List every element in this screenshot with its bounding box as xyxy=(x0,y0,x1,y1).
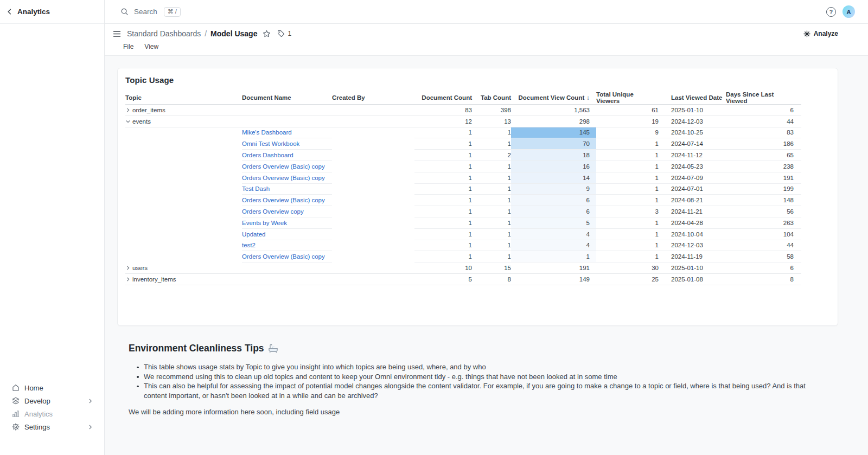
sidebar-item-label: Analytics xyxy=(24,410,93,418)
cell-document-name xyxy=(242,105,332,116)
table-row-topic: events1213298192024-12-0344 xyxy=(125,116,801,127)
document-link[interactable]: Events by Week xyxy=(242,220,287,226)
document-link[interactable]: Omni Test Workbook xyxy=(242,140,299,147)
cell-document-view-count-value: 9 xyxy=(586,185,590,192)
cell-last-viewed-date-value: 2024-07-09 xyxy=(671,175,703,181)
topic-name[interactable]: order_items xyxy=(132,107,165,113)
column-header-days-since-last-viewed[interactable]: Days Since Last Viewed xyxy=(726,91,801,104)
topic-name[interactable]: events xyxy=(132,118,151,125)
sparkle-icon xyxy=(803,30,810,37)
cell-topic xyxy=(125,150,242,161)
back-chevron-icon[interactable] xyxy=(5,8,14,16)
cell-document-view-count: 149 xyxy=(511,274,596,285)
cell-topic xyxy=(125,184,242,195)
cell-topic xyxy=(125,138,242,150)
document-link[interactable]: Orders Overview (Basic) copy xyxy=(242,197,325,203)
cell-document-view-count: 6 xyxy=(511,206,596,217)
sidebar-title: Analytics xyxy=(17,8,50,16)
breadcrumb-parent[interactable]: Standard Dashboards xyxy=(127,29,201,38)
cell-days-since-last-viewed: 83 xyxy=(726,127,801,139)
topbar: Search ⌘ / ? A xyxy=(105,0,868,24)
cell-document-view-count-value: 14 xyxy=(583,175,590,181)
cell-last-viewed-date-value: 2024-11-12 xyxy=(671,152,703,158)
sidebar-item-develop[interactable]: Develop xyxy=(0,394,104,407)
menu-file[interactable]: File xyxy=(123,43,133,50)
search-input[interactable]: Search ⌘ / xyxy=(120,7,181,17)
topic-name[interactable]: users xyxy=(132,265,148,271)
sidebar-item-label: Develop xyxy=(24,397,82,405)
document-link[interactable]: Orders Overview copy xyxy=(242,208,304,215)
collapse-chevron-icon[interactable] xyxy=(125,119,131,124)
analyze-button[interactable]: Analyze xyxy=(803,30,838,37)
column-header-total-unique-viewers[interactable]: Total Unique Viewers xyxy=(596,91,659,104)
cell-days-since-last-viewed: 44 xyxy=(726,116,801,127)
help-icon[interactable]: ? xyxy=(826,7,836,17)
cell-total-unique-viewers: 1 xyxy=(596,138,659,150)
cell-document-count: 12 xyxy=(414,116,472,127)
cell-total-unique-viewers: 61 xyxy=(596,105,659,116)
cell-document-name: Orders Overview copy xyxy=(242,206,332,217)
tips-list: This table shows usage stats by Topic to… xyxy=(129,362,806,400)
expand-chevron-icon[interactable] xyxy=(125,107,131,113)
cell-total-unique-viewers: 1 xyxy=(596,150,659,161)
cell-topic: inventory_items xyxy=(125,274,242,285)
table-row-document: Orders Overview (Basic) copy11612024-08-… xyxy=(125,195,801,206)
document-link[interactable]: Orders Dashboard xyxy=(242,152,293,158)
expand-chevron-icon[interactable] xyxy=(125,277,131,282)
sidebar-item-home[interactable]: Home xyxy=(0,381,104,394)
cell-document-view-count: 16 xyxy=(511,161,596,172)
cell-last-viewed-date-value: 2025-01-08 xyxy=(671,276,703,283)
document-link[interactable]: Orders Overview (Basic) copy xyxy=(242,175,325,181)
cell-created-by xyxy=(332,127,414,139)
cell-document-view-count: 1,563 xyxy=(511,105,596,116)
column-header-tab-count[interactable]: Tab Count xyxy=(472,91,511,104)
document-link[interactable]: Updated xyxy=(242,231,265,238)
cell-days-since-last-viewed: 238 xyxy=(726,161,801,172)
document-link[interactable]: Orders Overview (Basic) copy xyxy=(242,163,325,170)
hamburger-menu-icon[interactable] xyxy=(113,30,121,37)
breadcrumb-current: Model Usage xyxy=(210,29,257,38)
table-row-document: Omni Test Workbook117012024-07-14186 xyxy=(125,138,801,150)
cell-document-view-count: 5 xyxy=(511,217,596,229)
sidebar-item-settings[interactable]: Settings xyxy=(0,420,104,433)
table-row-document: Orders Dashboard121812024-11-1265 xyxy=(125,150,801,161)
favorite-star-icon[interactable] xyxy=(263,30,271,38)
cell-document-name: Orders Dashboard xyxy=(242,150,332,161)
menu-view[interactable]: View xyxy=(144,43,158,50)
avatar[interactable]: A xyxy=(843,5,855,18)
cell-last-viewed-date-value: 2024-11-19 xyxy=(671,253,703,260)
search-placeholder: Search xyxy=(134,8,157,16)
cell-days-since-last-viewed-value: 199 xyxy=(783,185,794,192)
column-header-topic[interactable]: Topic xyxy=(125,91,242,104)
cell-days-since-last-viewed-value: 104 xyxy=(783,231,794,238)
cell-topic: order_items xyxy=(125,105,242,116)
tag-button[interactable]: 1 xyxy=(277,30,291,37)
cell-total-unique-viewers: 1 xyxy=(596,251,659,262)
document-link[interactable]: Mike's Dashboard xyxy=(242,129,292,136)
cell-created-by xyxy=(332,161,414,172)
cell-document-view-count-value: 1 xyxy=(586,253,590,260)
document-link[interactable]: Test Dash xyxy=(242,185,270,192)
cell-last-viewed-date-value: 2025-01-10 xyxy=(671,265,703,271)
column-header-created-by[interactable]: Created By xyxy=(332,91,414,104)
cell-days-since-last-viewed: 58 xyxy=(726,251,801,262)
cell-last-viewed-date-value: 2024-05-23 xyxy=(671,163,703,170)
cell-document-view-count-value: 191 xyxy=(579,265,590,271)
column-header-document-count[interactable]: Document Count xyxy=(414,91,472,104)
column-header-document-name[interactable]: Document Name xyxy=(242,91,332,104)
document-link[interactable]: Orders Overview (Basic) copy xyxy=(242,253,325,260)
column-header-document-view-count[interactable]: Document View Count ↓ xyxy=(511,91,596,104)
document-link[interactable]: test2 xyxy=(242,242,256,248)
cell-document-view-count-value: 70 xyxy=(583,140,590,147)
cell-topic xyxy=(125,251,242,262)
cell-document-view-count-value: 16 xyxy=(583,163,590,170)
column-header-last-viewed-date[interactable]: Last Viewed Date xyxy=(659,91,726,104)
cell-created-by xyxy=(332,251,414,262)
table-row-document: Mike's Dashboard1114592024-10-2583 xyxy=(125,127,801,139)
cell-last-viewed-date-value: 2024-12-03 xyxy=(671,242,703,248)
cell-total-unique-viewers-value: 30 xyxy=(652,265,659,271)
expand-chevron-icon[interactable] xyxy=(125,265,131,271)
sidebar-item-analytics[interactable]: Analytics xyxy=(0,407,104,420)
topic-name[interactable]: inventory_items xyxy=(132,276,176,283)
cell-tab-count: 398 xyxy=(472,105,511,116)
